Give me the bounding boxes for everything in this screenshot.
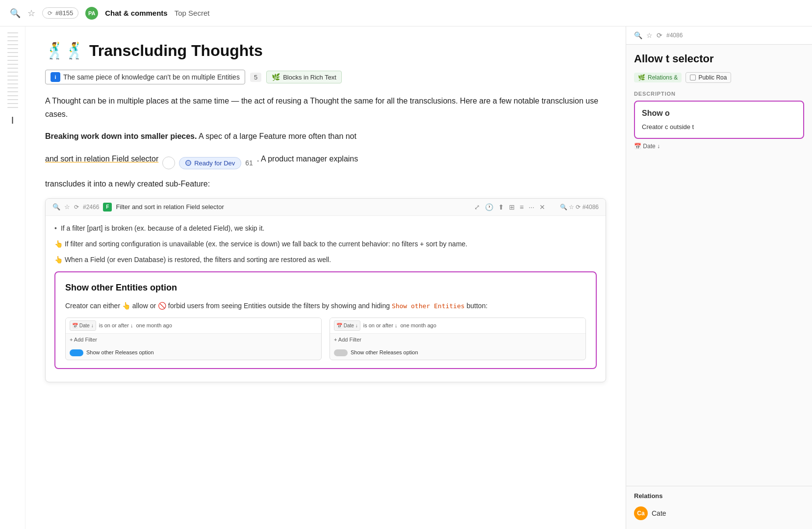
window-star-icon[interactable]: ☆ <box>64 203 70 211</box>
note-item-1: 👆 If filter and sorting configuration is… <box>54 238 597 250</box>
window-issue-ref: #2466 <box>83 204 99 211</box>
topbar: 🔍 ☆ ⟳ #8155 PA Chat & comments Top Secre… <box>0 0 812 26</box>
gutter-line <box>7 72 18 73</box>
window-search-icon[interactable]: 🔍 <box>52 203 60 211</box>
mini-shot-1: 📅 Date ↓ is on or after ↓ one month ago … <box>65 317 322 360</box>
gutter-line <box>7 56 18 57</box>
gutter-line <box>7 60 18 61</box>
more-icon[interactable]: ··· <box>529 203 534 211</box>
search-icon[interactable]: 🔍 <box>10 8 21 19</box>
rp-checkbox[interactable] <box>690 75 696 80</box>
relations-cate-item[interactable]: Ca Cate <box>634 503 804 523</box>
issue-id: #8155 <box>55 9 73 17</box>
purple-box-text: Creator can either 👆 allow or 🚫 forbid u… <box>65 300 586 312</box>
add-filter-1[interactable]: + Add Filter <box>66 334 321 346</box>
page-title-topbar: Chat & comments <box>105 9 168 17</box>
issue-id-badge[interactable]: ⟳ #8155 <box>42 7 78 19</box>
title-emoji: 🕺🕺 <box>45 41 84 60</box>
info-icon: i <box>51 72 60 82</box>
rp-tag-row: 🌿 Relations & Public Roa <box>634 72 804 83</box>
relations-label: Relations <box>634 492 804 500</box>
left-gutter: I <box>0 26 25 529</box>
right-panel-body: Allow t selector 🌿 Relations & Public Ro… <box>626 45 812 486</box>
title-text: Transcluding Thoughts <box>89 42 263 60</box>
sort-icon[interactable]: ≡ <box>520 203 524 211</box>
bullet-text-1: If a filter [part] is broken (ex. becaus… <box>61 223 265 235</box>
knowledge-text: The same piece of knowledge can't be on … <box>63 73 240 81</box>
note-item-2: 👆 When a Field (or even Database) is res… <box>54 254 597 266</box>
body-text-2: Breaking work down into smaller pieces. … <box>45 130 606 143</box>
window-titlebar: 🔍 ☆ ⟳ #2466 F Filter and sort in relatio… <box>46 199 606 216</box>
expand-icon[interactable]: ⤢ <box>474 203 480 211</box>
rp-desc-title: Show o <box>642 107 796 119</box>
window-title: Filter and sort in relation Field select… <box>116 203 470 211</box>
value-2: one month ago <box>400 321 436 330</box>
note-text-1: If filter and sorting configuration is u… <box>65 240 467 248</box>
star-icon[interactable]: ☆ <box>27 8 35 19</box>
main-layout: I 🕺🕺 Transcluding Thoughts i The same pi… <box>0 26 812 529</box>
blocks-badge[interactable]: 🌿 Blocks in Rich Text <box>266 71 342 83</box>
rp-checkbox-tag[interactable]: Public Roa <box>685 72 731 83</box>
gutter-line <box>7 52 18 53</box>
mini-shot-2: 📅 Date ↓ is on or after ↓ one month ago … <box>330 317 586 360</box>
status-dot <box>185 160 191 166</box>
knowledge-row: i The same piece of knowledge can't be o… <box>45 70 606 84</box>
knowledge-badge[interactable]: i The same piece of knowledge can't be o… <box>45 70 245 84</box>
share-icon[interactable]: ⬆ <box>498 203 504 211</box>
mini-shot-bar-1: 📅 Date ↓ is on or after ↓ one month ago <box>66 318 321 334</box>
rp-star-icon[interactable]: ☆ <box>646 31 653 39</box>
gutter-line <box>7 87 18 88</box>
layout-icon[interactable]: ⊞ <box>509 203 515 211</box>
condition-1: is on or after ↓ <box>99 321 133 330</box>
gutter-line <box>7 44 18 45</box>
purple-box-title: Show other Entities option <box>65 280 586 295</box>
status-chip[interactable]: Ready for Dev <box>179 157 241 169</box>
rp-section-label: DESCRIPTION <box>634 91 804 97</box>
status-num: 61 <box>245 159 253 167</box>
body-text-3: transcludes it into a newly created sub-… <box>45 177 606 190</box>
add-filter-2[interactable]: + Add Filter <box>330 334 585 346</box>
gutter-line <box>7 95 18 96</box>
leaf-icon-small: 🌿 <box>638 74 645 81</box>
close-icon[interactable]: ✕ <box>539 203 545 211</box>
gutter-line <box>7 36 18 37</box>
body-text-1: A Thought can be in multiple places at t… <box>45 94 606 121</box>
bold-section: Breaking work down into smaller pieces. <box>45 132 197 140</box>
gutter-line <box>7 64 18 65</box>
inline-badge-row: and sort in relation Field selector Read… <box>45 152 606 174</box>
date-select-1[interactable]: 📅 Date ↓ <box>70 320 96 331</box>
cursor-icon[interactable]: I <box>11 115 14 126</box>
circle-button[interactable] <box>162 157 175 169</box>
rp-search-icon[interactable]: 🔍 <box>634 31 642 39</box>
rp-sync-icon[interactable]: ⟳ <box>657 31 662 39</box>
blocks-label: Blocks in Rich Text <box>283 74 336 81</box>
gutter-line <box>7 32 18 33</box>
condition-2: is on or after ↓ <box>363 321 398 330</box>
relations-section: Relations Ca Cate <box>626 486 812 529</box>
window-content: • If a filter [part] is broken (ex. beca… <box>46 216 606 382</box>
value-1: one month ago <box>136 321 172 330</box>
code-text: Show other Entities <box>392 302 465 310</box>
rp-desc-text: Creator c outside t <box>642 122 796 132</box>
toggle-off[interactable] <box>334 349 348 356</box>
status-label: Ready for Dev <box>194 159 235 167</box>
history-icon[interactable]: 🕐 <box>485 203 493 211</box>
gutter-line <box>7 68 18 69</box>
show-option-2: Show other Releases option <box>330 345 585 360</box>
purple-box: Show other Entities option Creator can e… <box>54 271 597 369</box>
gutter-line <box>7 107 18 108</box>
gutter-line <box>7 83 18 84</box>
mini-shot-bar-2: 📅 Date ↓ is on or after ↓ one month ago <box>330 318 585 334</box>
gutter-line <box>7 40 18 41</box>
gutter-line <box>7 48 18 49</box>
rp-leaf-tag[interactable]: 🌿 Relations & <box>634 73 682 82</box>
gutter-line <box>7 99 18 100</box>
right-ref: 🔍 ☆ ⟳ #4086 <box>560 204 599 211</box>
mini-screenshots: 📅 Date ↓ is on or after ↓ one month ago … <box>65 317 586 360</box>
cate-avatar: Ca <box>634 506 648 520</box>
date-select-2[interactable]: 📅 Date ↓ <box>334 320 360 331</box>
count-badge: 5 <box>250 73 261 82</box>
toggle-on[interactable] <box>70 349 83 356</box>
bullet-item-1: • If a filter [part] is broken (ex. beca… <box>54 223 597 235</box>
leaf-icon: 🌿 <box>272 73 280 81</box>
